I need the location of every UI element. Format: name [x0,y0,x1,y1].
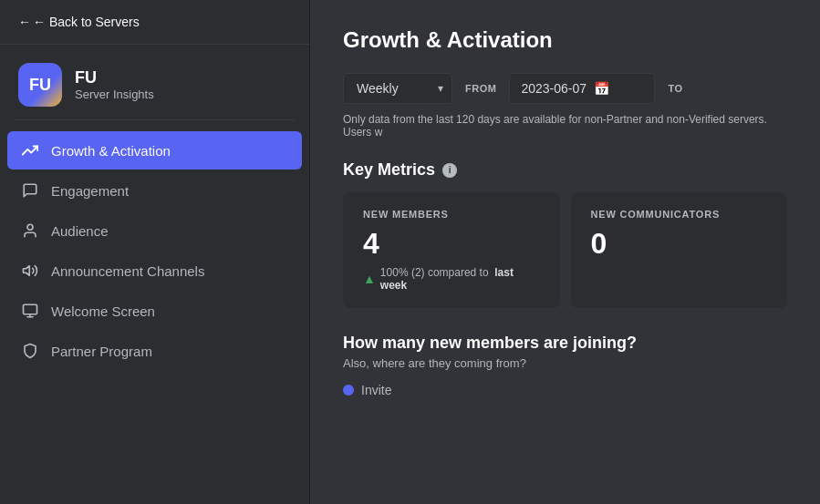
data-note: Only data from the last 120 days are ava… [343,113,787,139]
page-title: Growth & Activation [343,27,787,53]
legend-label-invite: Invite [361,383,391,397]
sidebar-item-engagement[interactable]: Engagement [7,171,302,210]
metric-card-new-communicators: NEW COMMUNICATORS 0 [571,192,788,308]
svg-point-0 [27,224,33,230]
sidebar-item-label-engagement: Engagement [51,183,129,199]
calendar-icon: 📅 [594,81,609,96]
period-select[interactable]: Weekly Daily Monthly [343,73,452,104]
partner-icon [20,341,40,361]
back-arrow-icon: ← [18,15,31,29]
metric-value-new-communicators: 0 [591,227,768,261]
joining-section-title: How many new members are joining? [343,334,787,353]
metric-change-text: 100% (2) compared to last week [380,266,540,292]
sidebar-item-announcement[interactable]: Announcement Channels [7,252,302,290]
server-name-block: FU Server Insights [75,68,154,102]
filters-row: Weekly Daily Monthly ▾ FROM 2023-06-07 📅… [343,73,787,104]
svg-rect-2 [24,304,37,314]
main-content: Growth & Activation Weekly Daily Monthly… [310,0,820,504]
engagement-icon [20,180,40,201]
sidebar: ← ← Back to Servers FU FU Server Insight… [0,0,310,504]
sidebar-item-audience[interactable]: Audience [7,211,302,250]
audience-icon [20,221,40,241]
sidebar-item-growth[interactable]: Growth & Activation [7,131,302,170]
announcement-icon [20,261,40,281]
metric-label-new-members: NEW MEMBERS [363,209,540,220]
sidebar-item-label-partner: Partner Program [51,344,152,359]
growth-icon [20,140,40,160]
sidebar-item-label-welcome: Welcome Screen [51,303,155,319]
welcome-icon [20,301,40,321]
sidebar-item-label-growth: Growth & Activation [51,143,171,159]
server-icon: FU [18,63,62,107]
legend-item-invite: Invite [343,383,787,397]
metric-card-new-members: NEW MEMBERS 4 ▲ 100% (2) compared to las… [343,192,560,308]
back-to-servers-label: ← Back to Servers [33,15,140,29]
key-metrics-title: Key Metrics i [343,160,787,180]
metric-label-new-communicators: NEW COMMUNICATORS [591,209,768,220]
legend-dot-invite [343,385,354,396]
sidebar-item-partner[interactable]: Partner Program [7,332,302,370]
sidebar-item-welcome[interactable]: Welcome Screen [7,292,302,330]
to-label: TO [668,83,682,94]
sidebar-item-label-announcement: Announcement Channels [51,263,204,279]
info-icon[interactable]: i [442,163,457,178]
from-date-value: 2023-06-07 [521,81,586,96]
svg-marker-1 [24,266,30,276]
metric-value-new-members: 4 [363,227,540,261]
trend-up-icon: ▲ [363,272,376,286]
server-name: FU [75,68,154,88]
server-info: FU FU Server Insights [0,45,309,119]
sidebar-nav: Growth & Activation Engagement Audience … [0,128,309,374]
sidebar-divider [15,119,295,120]
sidebar-item-label-audience: Audience [51,223,109,239]
metrics-row: NEW MEMBERS 4 ▲ 100% (2) compared to las… [343,192,787,308]
server-subtitle: Server Insights [75,87,154,101]
metric-change-new-members: ▲ 100% (2) compared to last week [363,266,540,292]
back-to-servers-link[interactable]: ← ← Back to Servers [0,0,309,45]
from-label: FROM [465,83,496,94]
period-select-wrap: Weekly Daily Monthly ▾ [343,73,452,104]
from-date-input[interactable]: 2023-06-07 📅 [509,73,655,104]
joining-section-desc: Also, where are they coming from? [343,356,787,370]
